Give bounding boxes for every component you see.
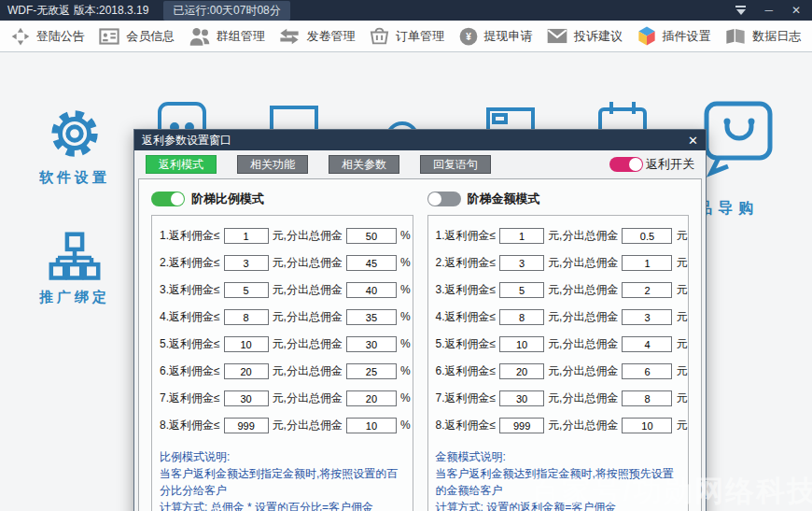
rebate-switch-toggle[interactable] bbox=[609, 157, 643, 172]
threshold-input[interactable] bbox=[224, 309, 269, 325]
minimize-icon[interactable]: ─ bbox=[764, 5, 773, 16]
payout-input[interactable] bbox=[622, 309, 672, 325]
menu-dropdown-icon[interactable] bbox=[735, 6, 746, 15]
amount-mode-toggle[interactable] bbox=[427, 192, 461, 206]
ratio-mode-toggle[interactable] bbox=[151, 192, 185, 206]
users-icon bbox=[189, 27, 210, 46]
toolbar-item-data-log[interactable]: 数据日志 bbox=[721, 26, 805, 47]
row-suffix-label: 元 给客户 bbox=[676, 390, 689, 406]
sidebar-item-software-settings[interactable]: 软件设置 bbox=[28, 105, 121, 187]
threshold-input[interactable] bbox=[499, 309, 544, 325]
threshold-input[interactable] bbox=[224, 390, 269, 406]
row-mid-label: 元,分出总佣金 bbox=[548, 282, 618, 298]
tab-reply-phrases[interactable]: 回复语句 bbox=[420, 155, 491, 174]
row-suffix-label: 元 给客户 bbox=[676, 282, 689, 298]
rebate-rule-row: 7.返利佣金≤元,分出总佣金% 给客户 bbox=[160, 385, 408, 412]
amount-mode-title: 阶梯金额模式 bbox=[468, 191, 540, 207]
payout-input[interactable] bbox=[622, 255, 672, 271]
payout-input[interactable] bbox=[622, 363, 672, 379]
row-prefix-label: 7.返利佣金≤ bbox=[160, 390, 220, 406]
threshold-input[interactable] bbox=[499, 390, 544, 406]
threshold-input[interactable] bbox=[499, 336, 544, 352]
ratio-mode-box: 1.返利佣金≤元,分出总佣金% 给客户2.返利佣金≤元,分出总佣金% 给客户3.… bbox=[151, 215, 413, 511]
runtime-badge: 已运行:00天07时08分 bbox=[163, 1, 289, 21]
payout-input[interactable] bbox=[346, 363, 397, 379]
threshold-input[interactable] bbox=[224, 228, 269, 244]
app-window: WDF-无敌返 版本:2018.3.19 已运行:00天07时08分 ─ ✕ 登… bbox=[0, 0, 812, 511]
payout-input[interactable] bbox=[622, 390, 672, 406]
row-mid-label: 元,分出总佣金 bbox=[548, 390, 618, 406]
toolbar-item-plugin-settings[interactable]: 插件设置 bbox=[634, 24, 715, 48]
note-body: 当客户返利金额达到指定金额时,将按照预先设置的金额给客户 bbox=[436, 465, 684, 499]
note-calc: 计算方式: 设置的返利金额=客户佣金 bbox=[436, 499, 684, 511]
envelope-icon bbox=[547, 28, 567, 44]
toolbar-item-label: 数据日志 bbox=[752, 28, 801, 45]
threshold-input[interactable] bbox=[499, 228, 544, 244]
row-mid-label: 元,分出总佣金 bbox=[273, 336, 343, 352]
note-title: 金额模式说明: bbox=[436, 448, 684, 465]
ratio-mode-panel: 阶梯比例模式 1.返利佣金≤元,分出总佣金% 给客户2.返利佣金≤元,分出总佣金… bbox=[151, 189, 413, 511]
payout-input[interactable] bbox=[346, 418, 397, 433]
threshold-input[interactable] bbox=[224, 282, 269, 298]
payout-input[interactable] bbox=[622, 336, 672, 352]
toolbar-item-withdraw-apply[interactable]: ¥ 提现申请 bbox=[455, 25, 537, 48]
threshold-input[interactable] bbox=[224, 336, 269, 352]
toolbar-item-coupon-manage[interactable]: 发卷管理 bbox=[275, 26, 358, 47]
payout-input[interactable] bbox=[346, 255, 397, 271]
row-mid-label: 元,分出总佣金 bbox=[548, 363, 618, 379]
amount-rule-rows: 1.返利佣金≤元,分出总佣金元 给客户2.返利佣金≤元,分出总佣金元 给客户3.… bbox=[436, 222, 684, 439]
threshold-input[interactable] bbox=[499, 282, 544, 298]
rebate-rule-row: 4.返利佣金≤元,分出总佣金% 给客户 bbox=[160, 304, 408, 331]
toolbar-item-label: 投诉建议 bbox=[574, 28, 623, 45]
row-prefix-label: 5.返利佣金≤ bbox=[436, 336, 497, 352]
threshold-input[interactable] bbox=[499, 363, 544, 379]
row-suffix-label: % 给客户 bbox=[400, 228, 413, 244]
tab-related-params[interactable]: 相关参数 bbox=[329, 155, 399, 174]
payout-input[interactable] bbox=[346, 282, 397, 298]
tab-rebate-mode[interactable]: 返利模式 bbox=[146, 155, 217, 174]
row-suffix-label: % 给客户 bbox=[400, 390, 413, 406]
row-mid-label: 元,分出总佣金 bbox=[273, 282, 343, 298]
payout-input[interactable] bbox=[622, 418, 672, 433]
ratio-mode-header: 阶梯比例模式 bbox=[151, 191, 413, 207]
window-titlebar: WDF-无敌返 版本:2018.3.19 已运行:00天07时08分 ─ ✕ bbox=[0, 0, 812, 21]
main-toolbar: 登陆公告 会员信息 群组管理 发卷管理 订单管理 ¥ 提现申请 投诉建议 插件设 bbox=[0, 21, 812, 52]
payout-input[interactable] bbox=[622, 228, 672, 244]
payout-input[interactable] bbox=[346, 309, 397, 325]
toolbar-item-member-info[interactable]: 会员信息 bbox=[95, 26, 178, 47]
amount-mode-header: 阶梯金额模式 bbox=[427, 191, 690, 207]
row-suffix-label: 元 给客户 bbox=[676, 228, 689, 244]
threshold-input[interactable] bbox=[224, 255, 269, 271]
rebate-rule-row: 1.返利佣金≤元,分出总佣金元 给客户 bbox=[436, 222, 684, 249]
dialog-close-icon[interactable]: ✕ bbox=[688, 134, 698, 148]
dialog-titlebar: 返利参数设置窗口 ✕ bbox=[134, 130, 706, 150]
row-mid-label: 元,分出总佣金 bbox=[273, 418, 343, 433]
payout-input[interactable] bbox=[346, 336, 397, 352]
payout-input[interactable] bbox=[622, 282, 672, 298]
row-mid-label: 元,分出总佣金 bbox=[273, 363, 343, 379]
payout-input[interactable] bbox=[346, 390, 397, 406]
rebate-rule-row: 1.返利佣金≤元,分出总佣金% 给客户 bbox=[160, 222, 408, 249]
gear-icon bbox=[46, 149, 104, 165]
toolbar-item-feedback[interactable]: 投诉建议 bbox=[543, 26, 626, 47]
toolbar-item-login-notice[interactable]: 登陆公告 bbox=[7, 25, 89, 48]
toolbar-item-label: 提现申请 bbox=[484, 28, 533, 45]
cube-icon bbox=[637, 26, 656, 46]
rebate-rule-row: 6.返利佣金≤元,分出总佣金元 给客户 bbox=[436, 358, 684, 385]
note-title: 比例模式说明: bbox=[160, 448, 408, 465]
row-mid-label: 元,分出总佣金 bbox=[548, 418, 618, 433]
row-prefix-label: 3.返利佣金≤ bbox=[436, 282, 497, 298]
tab-related-functions[interactable]: 相关功能 bbox=[237, 155, 308, 174]
payout-input[interactable] bbox=[346, 228, 397, 244]
row-prefix-label: 4.返利佣金≤ bbox=[160, 309, 220, 325]
sidebar-item-promo-binding[interactable]: 推广绑定 bbox=[28, 232, 121, 306]
toolbar-item-order-manage[interactable]: 订单管理 bbox=[366, 25, 448, 47]
toolbar-item-group-manage[interactable]: 群组管理 bbox=[186, 25, 269, 48]
threshold-input[interactable] bbox=[499, 255, 544, 271]
amount-mode-panel: 阶梯金额模式 1.返利佣金≤元,分出总佣金元 给客户2.返利佣金≤元,分出总佣金… bbox=[427, 189, 690, 511]
toolbar-item-label: 登陆公告 bbox=[36, 28, 85, 45]
threshold-input[interactable] bbox=[224, 418, 269, 433]
threshold-input[interactable] bbox=[224, 363, 269, 379]
threshold-input[interactable] bbox=[499, 418, 544, 433]
close-icon[interactable]: ✕ bbox=[791, 5, 801, 16]
